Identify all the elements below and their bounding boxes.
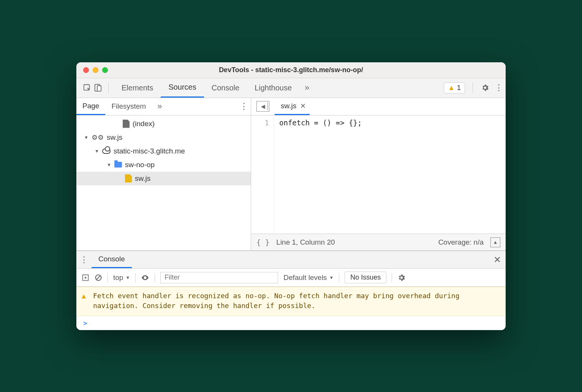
tree-label: sw.js — [107, 133, 122, 142]
tab-lighthouse[interactable]: Lighthouse — [247, 78, 299, 98]
js-file-icon — [125, 174, 132, 183]
tab-sources[interactable]: Sources — [161, 78, 204, 98]
window-title: DevTools - static-misc-3.glitch.me/sw-no… — [76, 66, 506, 74]
navigate-back-icon[interactable]: ◀ — [256, 101, 269, 112]
warning-triangle-icon: ▲ — [448, 84, 455, 92]
navigator-kebab-icon[interactable]: ⋮ — [237, 101, 251, 111]
tree-label: (index) — [133, 120, 155, 128]
navigator-more-chevron-icon[interactable]: » — [152, 101, 167, 111]
levels-label: Default levels — [283, 273, 327, 282]
minimize-window-button[interactable] — [93, 67, 98, 73]
code-editor[interactable]: 1 onfetch = () => {}; — [251, 115, 506, 234]
console-warning-row[interactable]: ▲ Fetch event handler is recognized as n… — [76, 287, 506, 316]
drawer-kebab-icon[interactable]: ⋮ — [76, 255, 92, 265]
tree-item-folder[interactable]: ▼ sw-no-op — [76, 158, 251, 172]
main-toolbar: Elements Sources Console Lighthouse » ▲ … — [76, 78, 506, 98]
tree-label: sw.js — [135, 174, 150, 183]
file-tree: (index) ▼ ⚙︎⚙︎ sw.js ▼ static-misc-3.gli… — [76, 115, 251, 251]
editor-status-bar: { } Line 1, Column 20 Coverage: n/a ▲ — [251, 234, 506, 250]
close-drawer-icon[interactable]: ✕ — [489, 254, 506, 265]
navigator-pane: Page Filesystem » ⋮ (index) ▼ ⚙︎⚙︎ sw.js… — [76, 98, 251, 251]
prompt-chevron-icon: > — [83, 319, 87, 327]
separator — [473, 82, 473, 93]
line-number: 1 — [251, 119, 269, 127]
log-levels-selector[interactable]: Default levels ▼ — [283, 273, 334, 282]
live-expression-eye-icon[interactable] — [141, 273, 149, 282]
tab-elements[interactable]: Elements — [114, 78, 161, 98]
dropdown-triangle-icon: ▼ — [125, 275, 130, 280]
expand-triangle-icon[interactable]: ▼ — [95, 149, 99, 154]
console-drawer: ⋮ Console ✕ top ▼ Default levels — [76, 250, 506, 330]
svg-line-5 — [96, 276, 100, 280]
context-selector[interactable]: top ▼ — [113, 273, 130, 282]
tree-item-index[interactable]: (index) — [76, 117, 251, 131]
zoom-window-button[interactable] — [102, 67, 108, 73]
settings-gear-icon[interactable] — [478, 84, 492, 92]
drawer-tab-console[interactable]: Console — [92, 251, 132, 268]
inspect-element-icon[interactable] — [82, 84, 92, 92]
editor-tab-label: sw.js — [281, 102, 296, 110]
issues-button[interactable]: No Issues — [345, 272, 386, 283]
devtools-window: DevTools - static-misc-3.glitch.me/sw-no… — [76, 62, 506, 330]
more-tabs-chevron-icon[interactable]: » — [299, 83, 315, 93]
sources-panel: Page Filesystem » ⋮ (index) ▼ ⚙︎⚙︎ sw.js… — [76, 98, 506, 251]
tree-label: sw-no-op — [125, 161, 155, 169]
code-line: onfetch = () => {}; — [279, 119, 362, 127]
cursor-position: Line 1, Column 20 — [276, 238, 335, 247]
navigator-tab-page[interactable]: Page — [76, 98, 105, 115]
console-filter-input[interactable] — [160, 272, 278, 283]
warning-message-text: Fetch event handler is recognized as no-… — [93, 291, 500, 311]
editor-pane: ◀ sw.js ✕ 1 onfetch = () => {}; { } Line… — [251, 98, 506, 251]
document-icon — [123, 120, 130, 128]
pretty-print-icon[interactable]: { } — [256, 238, 269, 247]
separator — [135, 273, 136, 282]
console-prompt[interactable]: > — [76, 316, 506, 330]
service-worker-gears-icon: ⚙︎⚙︎ — [92, 133, 104, 142]
warning-triangle-icon: ▲ — [82, 291, 89, 311]
clear-console-icon[interactable] — [95, 274, 102, 281]
navigator-tabs: Page Filesystem » ⋮ — [76, 98, 251, 115]
tree-item-origin[interactable]: ▼ static-misc-3.glitch.me — [76, 144, 251, 158]
expand-triangle-icon[interactable]: ▼ — [84, 135, 89, 140]
separator — [339, 273, 339, 282]
separator — [392, 273, 392, 282]
warnings-badge[interactable]: ▲ 1 — [444, 82, 465, 93]
show-sidebar-icon[interactable]: ▲ — [490, 237, 500, 247]
tree-item-file-selected[interactable]: sw.js — [76, 172, 251, 185]
folder-icon — [114, 162, 122, 168]
console-settings-gear-icon[interactable] — [397, 273, 406, 282]
expand-triangle-icon[interactable]: ▼ — [107, 162, 111, 168]
drawer-tabs: ⋮ Console ✕ — [76, 251, 506, 269]
svg-rect-2 — [97, 86, 101, 92]
tree-label: static-misc-3.glitch.me — [114, 147, 185, 155]
separator — [155, 273, 155, 282]
separator — [108, 82, 109, 93]
play-icon[interactable] — [82, 274, 89, 281]
line-gutter: 1 — [251, 115, 274, 234]
separator — [108, 273, 108, 282]
window-controls — [76, 67, 108, 73]
editor-tab-swjs[interactable]: sw.js ✕ — [275, 98, 310, 115]
device-toolbar-icon[interactable] — [92, 84, 103, 92]
warnings-count: 1 — [457, 84, 461, 92]
coverage-label: Coverage: n/a — [438, 238, 484, 247]
console-output: ▲ Fetch event handler is recognized as n… — [76, 287, 506, 330]
more-options-kebab-icon[interactable]: ⋮ — [492, 83, 506, 93]
tree-item-worker[interactable]: ▼ ⚙︎⚙︎ sw.js — [76, 131, 251, 144]
context-label: top — [113, 273, 123, 282]
editor-tabs: ◀ sw.js ✕ — [251, 98, 506, 115]
cloud-icon — [102, 149, 111, 154]
tab-console[interactable]: Console — [204, 78, 247, 98]
titlebar: DevTools - static-misc-3.glitch.me/sw-no… — [76, 62, 506, 78]
close-window-button[interactable] — [83, 67, 89, 73]
close-tab-icon[interactable]: ✕ — [300, 102, 306, 110]
console-toolbar: top ▼ Default levels ▼ No Issues — [76, 269, 506, 287]
navigator-tab-filesystem[interactable]: Filesystem — [105, 98, 152, 115]
code-content: onfetch = () => {}; — [274, 115, 362, 234]
dropdown-triangle-icon: ▼ — [329, 275, 334, 280]
